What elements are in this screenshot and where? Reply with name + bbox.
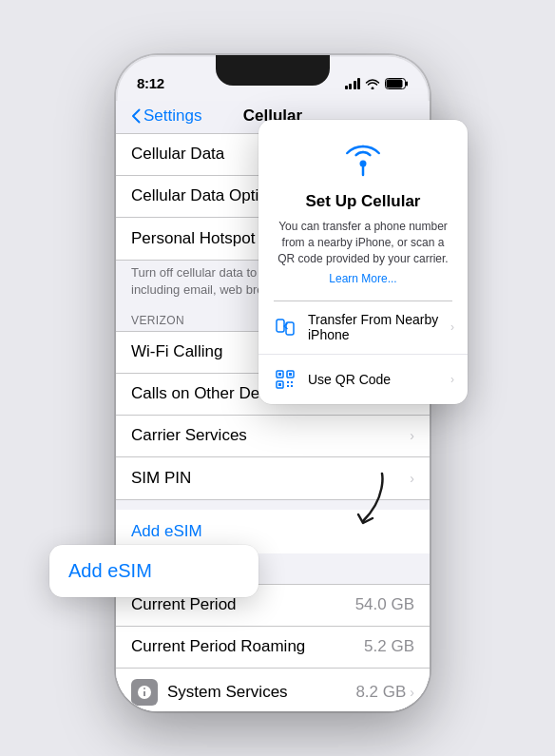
- annotation-arrow: [325, 469, 401, 535]
- system-services-right: 8.2 GB ›: [355, 683, 414, 702]
- chevron-icon: ›: [410, 685, 414, 700]
- svg-rect-9: [278, 373, 281, 376]
- popup-learn-more[interactable]: Learn More...: [274, 272, 452, 285]
- popup-header: Set Up Cellular You can transfer a phone…: [258, 120, 468, 300]
- cellular-signal-icon: [274, 139, 452, 184]
- back-label: Settings: [144, 107, 201, 126]
- sim-pin-label: SIM PIN: [131, 469, 191, 488]
- system-services-item[interactable]: System Services 8.2 GB ›: [116, 669, 430, 711]
- popup-chevron-icon: ›: [450, 320, 454, 334]
- phone-wrapper: 8:12: [116, 36, 439, 721]
- system-services-icon: [131, 679, 158, 706]
- carrier-services-item[interactable]: Carrier Services ›: [116, 416, 430, 457]
- current-period-roaming-value: 5.2 GB: [364, 637, 414, 656]
- status-time: 8:12: [137, 75, 164, 91]
- setup-cellular-popup: Set Up Cellular You can transfer a phone…: [258, 120, 468, 405]
- chevron-icon: ›: [410, 471, 414, 486]
- phone-transfer-icon: [272, 314, 298, 340]
- use-qr-code-option[interactable]: Use QR Code ›: [258, 355, 468, 404]
- system-services-label: System Services: [167, 683, 288, 702]
- popup-desc: You can transfer a phone number from a n…: [274, 219, 452, 268]
- carrier-services-label: Carrier Services: [131, 426, 247, 445]
- svg-rect-6: [277, 320, 284, 332]
- svg-rect-1: [406, 81, 408, 86]
- cellular-data-section: Current Period 54.0 GB Current Period Ro…: [116, 584, 430, 711]
- phone-notch: [216, 55, 330, 86]
- current-period-roaming-item: Current Period Roaming 5.2 GB: [116, 627, 430, 669]
- cellular-data-label: Cellular Data: [131, 145, 224, 164]
- signal-icon: [345, 78, 361, 89]
- wifi-calling-label: Wi-Fi Calling: [131, 342, 222, 361]
- back-button[interactable]: Settings: [131, 107, 201, 126]
- system-services-value: 8.2 GB: [355, 683, 406, 702]
- current-period-value: 54.0 GB: [355, 595, 414, 614]
- add-esim-callout[interactable]: Add eSIM: [49, 545, 258, 597]
- popup-title: Set Up Cellular: [274, 192, 452, 211]
- battery-icon: [385, 78, 409, 89]
- transfer-from-iphone-option[interactable]: Transfer From Nearby iPhone ›: [258, 300, 468, 355]
- wifi-icon: [365, 78, 380, 89]
- svg-rect-2: [387, 79, 403, 87]
- current-period-label: Current Period: [131, 595, 237, 614]
- add-esim-callout-text: Add eSIM: [68, 560, 152, 581]
- chevron-icon: ›: [410, 428, 414, 443]
- use-qr-code-label: Use QR Code: [308, 372, 441, 387]
- current-period-roaming-label: Current Period Roaming: [131, 637, 305, 656]
- svg-rect-11: [289, 373, 292, 376]
- personal-hotspot-label: Personal Hotspot: [131, 229, 255, 248]
- svg-rect-13: [278, 383, 281, 386]
- popup-chevron-icon: ›: [450, 373, 454, 386]
- qr-code-icon: [272, 366, 298, 393]
- transfer-from-iphone-label: Transfer From Nearby iPhone: [308, 312, 441, 342]
- status-icons: [345, 78, 410, 89]
